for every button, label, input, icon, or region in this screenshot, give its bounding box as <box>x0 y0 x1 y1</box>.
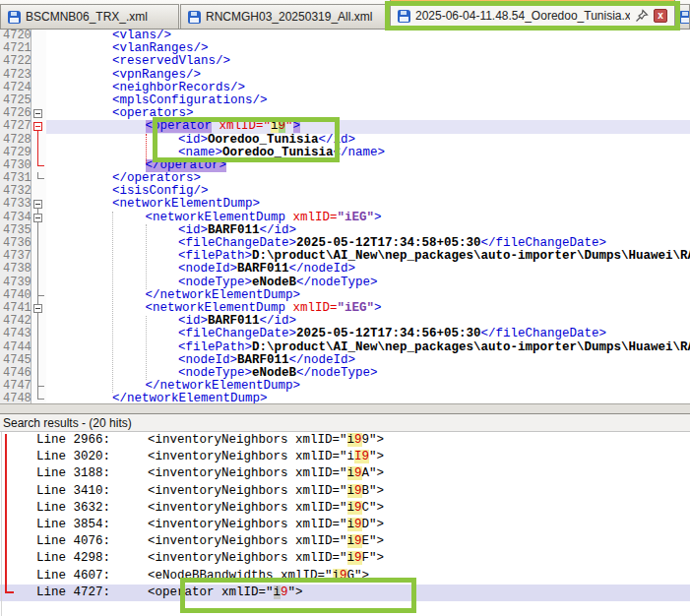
code-segment: BARF011 <box>237 354 289 367</box>
fold-collapse-icon[interactable] <box>33 109 42 118</box>
tab-bscmnb06[interactable]: BSCMNB06_TRX_.xml <box>0 4 179 29</box>
code-line-4736[interactable]: 4736<fileChangeDate>2025-05-12T17:34:58+… <box>0 237 690 250</box>
code-segment: <vlans/> <box>112 30 171 42</box>
search-hit-row[interactable]: Line 4607:<eNodeBBandwidths xmlID="i9G"> <box>0 568 690 585</box>
code-line-4728[interactable]: 4728<id>Ooredoo_Tunisia</id> <box>0 134 690 147</box>
code-segment: > <box>374 302 382 315</box>
code-line-4737[interactable]: 4737<filePath>D:\product\AI_New\nep_pack… <box>0 250 690 263</box>
code-line-4745[interactable]: 4745<nodeId>BARF011</nodeId> <box>0 354 690 367</box>
code-segment: </operators> <box>112 172 201 185</box>
fold-line <box>37 147 38 159</box>
code-line-4731[interactable]: 4731</operators> <box>0 172 690 185</box>
search-hit-row[interactable]: Line 3188:<inventoryNeighbors xmlID="i9A… <box>0 465 690 482</box>
code-segment: > <box>374 212 382 224</box>
code-segment: 9 <box>279 120 286 133</box>
code-line-4724[interactable]: 4724<neighborRecords/> <box>0 82 690 94</box>
line-number: 4724 <box>0 82 31 94</box>
fold-collapse-icon[interactable] <box>33 122 42 131</box>
search-hit-row[interactable]: Line 3410:<inventoryNeighbors xmlID="i9B… <box>0 483 690 500</box>
editor-pane[interactable]: 4720<vlans/>4721<vlanRanges/>4722<reserv… <box>0 30 690 403</box>
hit-line-number: Line 4607: <box>36 568 148 585</box>
pin-icon[interactable] <box>635 9 649 23</box>
fold-margin <box>31 185 46 198</box>
code-line-4734[interactable]: 4734<networkElementDump xmlID="iEG"> <box>0 212 690 224</box>
hit-text-segment: C"> <box>362 501 385 515</box>
line-number: 4727 <box>0 120 31 133</box>
search-hit-row[interactable]: Line 4727:<operator xmlID="i9"> <box>0 585 690 601</box>
fold-collapse-icon[interactable] <box>33 214 42 222</box>
splitter[interactable] <box>0 403 690 414</box>
code-line-4732[interactable]: 4732<isisConfig/> <box>0 185 690 198</box>
code-line-4723[interactable]: 4723<vpnRanges/> <box>0 69 690 82</box>
code-line-4721[interactable]: 4721<vlanRanges/> <box>0 42 690 55</box>
code-text: <mplsConfigurations/> <box>46 94 690 107</box>
code-line-4740[interactable]: 4740</networkElementDump> <box>0 289 690 302</box>
results-left-border <box>1 432 2 616</box>
tab-partial[interactable] <box>676 4 690 29</box>
search-hit-row[interactable]: Line 3632:<inventoryNeighbors xmlID="i9C… <box>0 500 690 517</box>
code-segment: <neighborRecords/> <box>112 82 245 94</box>
close-icon[interactable]: x <box>654 9 667 23</box>
code-line-4735[interactable]: 4735<id>BARF011</id> <box>0 224 690 237</box>
fold-margin[interactable] <box>31 107 46 120</box>
tab-rncmgh03[interactable]: RNCMGH03_20250319_All.xml <box>180 4 389 29</box>
search-hit-row[interactable]: Line 3020:<inventoryNeighbors xmlID="iI9… <box>0 449 690 465</box>
search-results-panel[interactable]: Line 2966:<inventoryNeighbors xmlID="i99… <box>0 432 690 616</box>
line-number: 4744 <box>0 341 31 354</box>
code-text: <filePath>D:\product\AI_New\nep_packages… <box>46 341 690 354</box>
saved-file-icon <box>398 10 410 23</box>
code-line-4746[interactable]: 4746<nodeType>eNodeB</nodeType> <box>0 367 690 380</box>
code-line-4744[interactable]: 4744<filePath>D:\product\AI_New\nep_pack… <box>0 341 690 354</box>
hit-text-segment: B"> <box>362 484 385 498</box>
code-line-4748[interactable]: 4748</networkElementDump> <box>0 393 690 403</box>
hit-text-segment: 9 <box>354 466 362 480</box>
line-number: 4738 <box>0 263 31 276</box>
hit-text-segment: <eNodeBBandwidths xmlID=" <box>148 569 333 583</box>
code-line-4743[interactable]: 4743<fileChangeDate>2025-05-12T17:34:56+… <box>0 328 690 340</box>
fold-margin <box>31 159 46 172</box>
code-line-4738[interactable]: 4738<nodeId>BARF011</nodeId> <box>0 263 690 276</box>
fold-line <box>37 165 44 166</box>
indent-guide <box>112 212 113 393</box>
code-segment: </nodeId> <box>289 263 356 276</box>
code-segment: <operators> <box>112 107 194 120</box>
code-line-4739[interactable]: 4739<nodeType>eNodeB</nodeType> <box>0 277 690 289</box>
code-line-4747[interactable]: 4747</networkElementDump> <box>0 380 690 393</box>
code-segment: <fileChangeDate> <box>178 328 296 340</box>
fold-collapse-icon[interactable] <box>33 200 42 209</box>
code-segment: eNodeB <box>252 367 296 380</box>
code-segment: eNodeB <box>252 277 296 289</box>
code-line-4733[interactable]: 4733<networkElementDump> <box>0 198 690 211</box>
code-text: <isisConfig/> <box>46 185 690 198</box>
code-line-4730[interactable]: 4730</operator> <box>0 159 690 172</box>
fold-margin[interactable] <box>31 120 46 133</box>
fold-margin[interactable] <box>31 212 46 224</box>
search-hit-row[interactable]: Line 2966:<inventoryNeighbors xmlID="i99… <box>0 432 690 449</box>
fold-collapse-icon[interactable] <box>33 304 42 313</box>
code-segment: "iEG" <box>338 302 375 315</box>
code-line-4741[interactable]: 4741<networkElementDump xmlID="iEG"> <box>0 302 690 315</box>
search-hit-row[interactable]: Line 4076:<inventoryNeighbors xmlID="i9E… <box>0 533 690 550</box>
fold-margin[interactable] <box>31 198 46 211</box>
fold-margin <box>31 94 46 107</box>
code-segment: <isisConfig/> <box>112 185 209 198</box>
fold-margin[interactable] <box>31 302 46 315</box>
code-line-4742[interactable]: 4742<id>BARF011</id> <box>0 315 690 328</box>
search-hit-row[interactable]: Line 4298:<inventoryNeighbors xmlID="i9F… <box>0 550 690 567</box>
line-number: 4733 <box>0 198 31 211</box>
code-segment: <fileChangeDate> <box>178 237 296 250</box>
code-line-4720[interactable]: 4720<vlans/> <box>0 30 690 42</box>
fold-margin <box>31 380 46 393</box>
code-line-4722[interactable]: 4722<reservedVlans/> <box>0 55 690 68</box>
code-segment: xmlID=" <box>220 120 272 133</box>
fold-line <box>37 399 44 400</box>
code-segment: </id> <box>319 134 356 147</box>
code-line-4726[interactable]: 4726<operators> <box>0 107 690 120</box>
code-line-4725[interactable]: 4725<mplsConfigurations/> <box>0 94 690 107</box>
code-line-4727[interactable]: 4727<operator xmlID="i9"> <box>0 120 690 133</box>
code-segment: </networkElementDump> <box>112 393 268 403</box>
code-line-4729[interactable]: 4729<name>Ooredoo_Tunisia</name> <box>0 147 690 159</box>
search-hit-row[interactable]: Line 3854:<inventoryNeighbors xmlID="i9D… <box>0 517 690 533</box>
tab-ooredoo-tunisia-active[interactable]: 2025-06-04-11.48.54_Ooredoo_Tunisia.xml … <box>390 0 675 29</box>
hit-text-segment: i <box>347 433 355 447</box>
